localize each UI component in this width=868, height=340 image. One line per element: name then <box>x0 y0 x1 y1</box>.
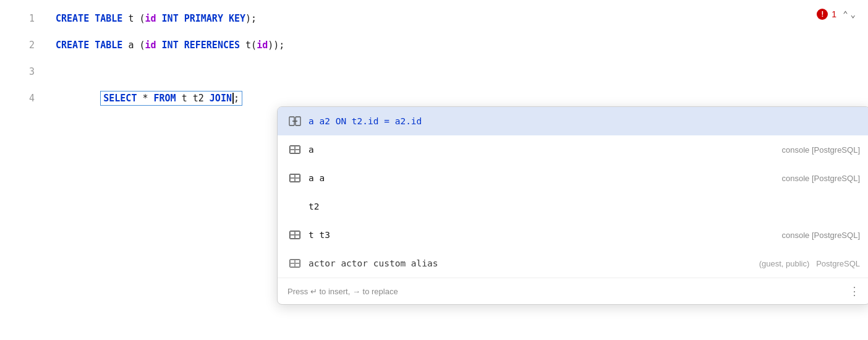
error-count: 1 <box>832 9 836 19</box>
error-badge[interactable]: ! 1 ⌃ ⌄ <box>817 9 856 20</box>
autocomplete-footer: Press ↵ to insert, → to replace ⋮ <box>278 278 868 304</box>
line-content-3 <box>49 66 868 77</box>
autocomplete-item-meta-aa: console [PostgreSQL] <box>782 174 860 183</box>
autocomplete-item-join[interactable]: a a2 ON t2.id = a2.id <box>278 107 868 135</box>
autocomplete-item-text-t2: t2 <box>308 202 860 211</box>
line-content-1: CREATE TABLE t (id INT PRIMARY KEY); <box>49 13 868 24</box>
autocomplete-item-text-aa: a a <box>308 173 782 183</box>
table-icon-aa <box>287 171 302 185</box>
line-number-4: 4 <box>0 93 49 104</box>
join-icon <box>287 114 302 129</box>
editor-area: ! 1 ⌃ ⌄ 1 CREATE TABLE t (id INT PRIMARY… <box>0 0 868 340</box>
autocomplete-item-text-a: a <box>308 145 782 155</box>
code-line-1: 1 CREATE TABLE t (id INT PRIMARY KEY); <box>0 5 868 32</box>
autocomplete-item-meta-a: console [PostgreSQL] <box>782 145 860 155</box>
autocomplete-item-text-join: a a2 ON t2.id = a2.id <box>308 116 860 126</box>
autocomplete-item-a[interactable]: a console [PostgreSQL] <box>278 135 868 164</box>
error-icon: ! <box>817 9 828 20</box>
active-line-box: SELECT * FROM t t2 JOIN; <box>100 91 242 106</box>
autocomplete-item-text-tt3: t t3 <box>308 230 782 240</box>
autocomplete-item-text-actor: actor actor custom_alias <box>308 258 749 268</box>
footer-hint: Press ↵ to insert, → to replace <box>287 287 398 296</box>
autocomplete-item-actor[interactable]: actor actor custom_alias (guest, public)… <box>278 249 868 278</box>
autocomplete-item-aa[interactable]: a a console [PostgreSQL] <box>278 164 868 192</box>
prev-error-button[interactable]: ⌃ <box>843 9 848 19</box>
code-line-2: 2 CREATE TABLE a (id INT REFERENCES t(id… <box>0 32 868 58</box>
autocomplete-item-t2[interactable]: t2 <box>278 192 868 221</box>
next-error-button[interactable]: ⌄ <box>851 9 856 19</box>
line-number-3: 3 <box>0 66 49 77</box>
code-editor[interactable]: 1 CREATE TABLE t (id INT PRIMARY KEY); 2… <box>0 0 868 116</box>
table-icon-actor <box>287 256 302 271</box>
autocomplete-item-tt3[interactable]: t t3 console [PostgreSQL] <box>278 221 868 249</box>
autocomplete-item-meta-tt3: console [PostgreSQL] <box>782 231 860 240</box>
keyword: CREATE TABLE <box>56 13 122 24</box>
line-content-2: CREATE TABLE a (id INT REFERENCES t(id))… <box>49 40 868 51</box>
line-number-1: 1 <box>0 13 49 24</box>
table-icon-tt3 <box>287 227 302 242</box>
autocomplete-item-meta-actor: (guest, public) PostgreSQL <box>759 259 860 268</box>
error-navigation: ⌃ ⌄ <box>843 9 856 19</box>
line-number-2: 2 <box>0 40 49 51</box>
footer-menu-icon[interactable]: ⋮ <box>849 284 860 298</box>
table-icon-a <box>287 142 302 157</box>
autocomplete-dropdown: a a2 ON t2.id = a2.id a console [Postgre… <box>277 106 868 305</box>
